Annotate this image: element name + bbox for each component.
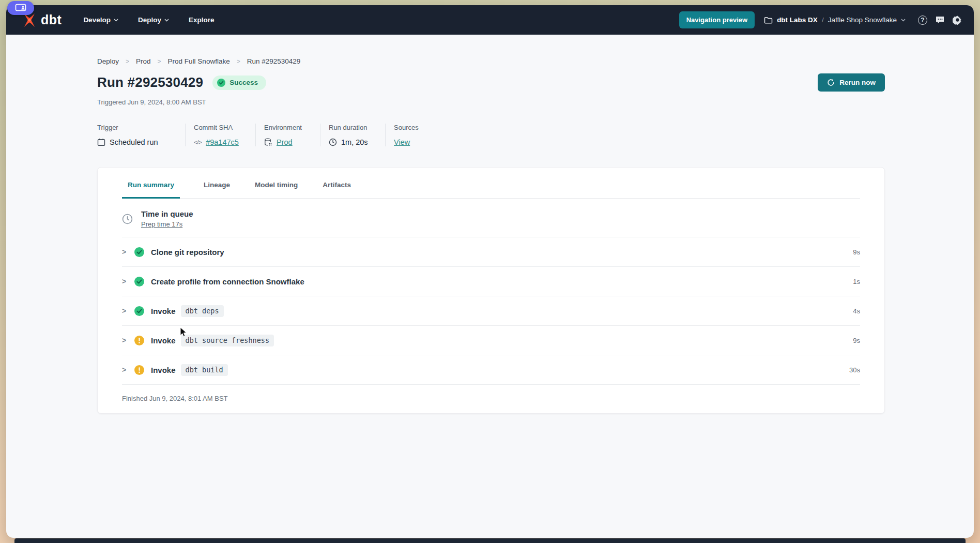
breadcrumb-deploy[interactable]: Deploy [97, 57, 119, 65]
top-nav-icons: ? [918, 15, 962, 25]
step-row-create-profile[interactable]: > Create profile from connection Snowfla… [122, 267, 860, 296]
database-icon [264, 138, 272, 146]
chevron-down-icon [164, 19, 169, 22]
meta-commit-label: Commit SHA [194, 124, 247, 131]
meta-run-duration: Run duration 1m, 20s [320, 124, 385, 146]
status-badge: Success [212, 76, 266, 90]
triggered-timestamp: Triggered Jun 9, 2024, 8:00 AM BST [97, 98, 885, 106]
meta-duration-value: 1m, 20s [341, 138, 368, 146]
meta-commit-sha: Commit SHA </> #9a147c5 [185, 124, 255, 146]
meta-trigger-value: Scheduled run [110, 138, 158, 146]
menu-develop[interactable]: Develop [83, 16, 118, 24]
meta-trigger: Trigger Scheduled run [97, 124, 185, 146]
menu-deploy[interactable]: Deploy [138, 16, 169, 24]
account-breadcrumb[interactable]: dbt Labs DX / Jaffle Shop Snowflake [764, 16, 906, 24]
queue-clock-icon [122, 214, 133, 224]
finished-timestamp: Finished Jun 9, 2024, 8:01 AM BST [122, 385, 860, 413]
step-label: Clone git repository [151, 248, 224, 257]
tab-artifacts[interactable]: Artifacts [321, 181, 352, 199]
step-command-chip: dbt source freshness [181, 335, 274, 346]
expand-chevron-icon[interactable]: > [122, 248, 132, 256]
step-label: Invoke [151, 307, 176, 315]
run-summary-card: Run summary Lineage Model timing Artifac… [97, 167, 885, 414]
breadcrumb-separator: > [237, 58, 240, 65]
screen-user-icon [15, 4, 26, 12]
breadcrumb-job[interactable]: Prod Full Snowflake [168, 57, 230, 65]
success-check-icon [217, 79, 225, 87]
step-duration: 9s [853, 337, 860, 344]
step-command-chip: dbt deps [181, 305, 224, 317]
step-duration: 30s [849, 366, 860, 374]
account-name: dbt Labs DX [777, 16, 818, 24]
step-row-source-freshness[interactable]: > Invoke dbt source freshness 9s [122, 326, 860, 355]
feedback-icon[interactable] [935, 16, 945, 24]
menu-develop-label: Develop [83, 16, 111, 24]
screen-share-badge [7, 1, 34, 15]
help-icon[interactable]: ? [918, 16, 927, 25]
status-badge-label: Success [229, 79, 258, 86]
warning-icon [134, 336, 144, 345]
expand-chevron-icon[interactable]: > [122, 336, 132, 344]
expand-chevron-icon[interactable]: > [122, 366, 132, 374]
environment-link[interactable]: Prod [277, 138, 293, 146]
meta-duration-label: Run duration [329, 124, 377, 131]
menu-deploy-label: Deploy [138, 16, 161, 24]
time-in-queue-row: Time in queue Prep time 17s [122, 199, 860, 237]
meta-environment: Environment Prod [255, 124, 320, 146]
menu-explore-label: Explore [189, 16, 215, 24]
tab-model-timing[interactable]: Model timing [254, 181, 299, 199]
navigation-preview-button[interactable]: Navigation preview [679, 11, 755, 28]
breadcrumb-separator: / [822, 16, 824, 24]
step-duration: 9s [853, 248, 860, 256]
success-icon [134, 247, 144, 257]
project-name: Jaffle Shop Snowflake [828, 16, 897, 24]
meta-sources: Sources View [385, 124, 437, 146]
meta-sources-label: Sources [394, 124, 428, 131]
breadcrumb-run[interactable]: Run #292530429 [247, 57, 301, 65]
step-label: Create profile from connection Snowflake [151, 277, 304, 286]
settings-gear-icon[interactable] [953, 15, 962, 25]
refresh-icon [827, 79, 835, 86]
meta-trigger-label: Trigger [97, 124, 177, 131]
success-icon [134, 277, 144, 286]
warning-icon [134, 365, 144, 375]
main-menu: Develop Deploy Explore [83, 16, 214, 24]
rerun-now-label: Rerun now [839, 79, 876, 86]
sources-view-link[interactable]: View [394, 138, 410, 146]
breadcrumb-separator: > [158, 58, 161, 65]
tab-run-summary[interactable]: Run summary [122, 181, 180, 199]
clock-icon [329, 138, 337, 146]
meta-environment-label: Environment [264, 124, 312, 131]
step-label: Invoke [151, 366, 176, 374]
menu-explore[interactable]: Explore [189, 16, 215, 24]
page-title: Run #292530429 [97, 74, 203, 90]
app-window: dbt Develop Deploy Explore Navigation pr… [6, 5, 974, 538]
code-icon: </> [194, 139, 202, 145]
run-meta-row: Trigger Scheduled run Commit SHA </> #9a… [97, 124, 885, 146]
step-command-chip: dbt build [181, 364, 228, 376]
step-row-clone-git[interactable]: > Clone git repository 9s [122, 237, 860, 267]
breadcrumb-prod[interactable]: Prod [136, 57, 151, 65]
commit-sha-link[interactable]: #9a147c5 [206, 138, 239, 146]
step-row-dbt-deps[interactable]: > Invoke dbt deps 4s [122, 296, 860, 326]
rerun-now-button[interactable]: Rerun now [818, 73, 885, 92]
chevron-down-icon [901, 19, 906, 22]
tab-bar: Run summary Lineage Model timing Artifac… [122, 168, 860, 199]
folder-icon [764, 17, 773, 24]
expand-chevron-icon[interactable]: > [122, 277, 132, 285]
time-in-queue-title: Time in queue [141, 209, 193, 218]
top-nav-right: Navigation preview dbt Labs DX / Jaffle … [679, 11, 962, 28]
breadcrumb-separator: > [126, 58, 129, 65]
title-row: Run #292530429 Success Rerun now [97, 73, 885, 92]
chevron-down-icon [114, 19, 118, 22]
background-window-edge [14, 538, 966, 543]
step-duration: 4s [853, 307, 860, 315]
dbt-logo-text: dbt [41, 12, 62, 27]
expand-chevron-icon[interactable]: > [122, 307, 132, 315]
success-icon [134, 306, 144, 316]
prep-time-link[interactable]: Prep time 17s [141, 220, 193, 228]
step-duration: 1s [853, 278, 860, 285]
step-row-dbt-build[interactable]: > Invoke dbt build 30s [122, 355, 860, 385]
tab-lineage[interactable]: Lineage [203, 181, 231, 199]
top-navigation-bar: dbt Develop Deploy Explore Navigation pr… [6, 5, 974, 35]
